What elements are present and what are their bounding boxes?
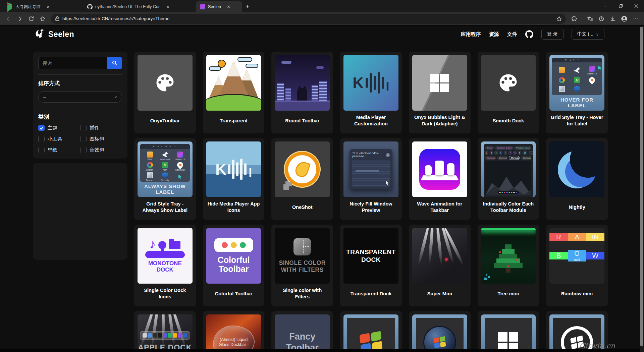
theme-thumbnail-transparent-dock[interactable]: TRANSPARENTDOCK xyxy=(343,228,398,284)
url-text[interactable]: https://seelen.io/zh-CN/resources/s?cate… xyxy=(62,16,554,21)
favorites-bar-icon[interactable] xyxy=(585,14,595,24)
theme-thumbnail-pixel-moon[interactable] xyxy=(549,141,604,197)
theme-thumbnail-oneshot-bulb[interactable] xyxy=(275,141,330,197)
checkbox-icon[interactable] xyxy=(80,136,87,142)
theme-card[interactable]: TRANSPARENTDOCKTransparent Dock xyxy=(340,225,402,306)
theme-thumbnail-kiwi-teal[interactable]: KI xyxy=(343,55,398,111)
home-icon[interactable] xyxy=(38,14,48,24)
category-checkbox-壁纸[interactable]: 壁纸 xyxy=(38,147,80,153)
theme-card[interactable]: Transparent xyxy=(203,52,265,133)
theme-card[interactable]: RAINBOminiWRainbow mini xyxy=(546,225,608,306)
extensions-icon[interactable] xyxy=(569,14,579,24)
forward-icon[interactable] xyxy=(15,14,25,24)
theme-card[interactable]: FancyToolbar xyxy=(271,311,333,352)
theme-card[interactable] xyxy=(478,311,539,352)
minimize-button[interactable] xyxy=(598,0,613,12)
theme-thumbnail-win8-white[interactable] xyxy=(481,314,536,352)
github-icon[interactable] xyxy=(525,30,533,38)
theme-thumbnail-monotone-dock[interactable]: ♪MONOTONEDOCK xyxy=(138,228,193,284)
history-icon[interactable] xyxy=(596,14,606,24)
search-input[interactable] xyxy=(38,57,107,69)
theme-thumbnail-windows-gray[interactable] xyxy=(412,55,467,111)
checkbox-icon[interactable] xyxy=(38,147,45,153)
category-checkbox-图标包[interactable]: 图标包 xyxy=(80,136,122,142)
theme-card[interactable]: fill-dock-window-preview…✕Nicely Fill Wi… xyxy=(340,138,402,220)
theme-thumbnail-pixel-city-cat[interactable] xyxy=(275,55,330,111)
theme-card[interactable]: Wave Animation for Taskbar xyxy=(409,138,471,220)
theme-thumbnail-window-preview[interactable]: fill-dock-window-preview…✕ xyxy=(343,141,398,197)
tab-txnav[interactable]: 天寻网址导航 ✕ xyxy=(3,1,83,12)
favorite-star-icon[interactable] xyxy=(556,16,562,21)
theme-thumbnail-color-modules[interactable]: IriwayWindows ExplorerProgram Mana…12345… xyxy=(481,141,536,197)
category-checkbox-主题[interactable]: 主题 xyxy=(38,125,80,131)
theme-card[interactable]: Super Mini xyxy=(409,225,471,306)
tab-close-icon[interactable]: ✕ xyxy=(164,4,171,10)
checkbox-icon[interactable] xyxy=(80,147,87,153)
tab-close-icon[interactable]: ✕ xyxy=(45,4,52,10)
theme-thumbnail-palette-gray[interactable] xyxy=(138,55,193,111)
theme-thumbnail-anime-mini[interactable] xyxy=(412,228,467,284)
login-button[interactable]: 登 录 xyxy=(541,29,564,40)
seelen-brand[interactable]: Seelen xyxy=(33,28,74,40)
theme-card[interactable]: Colorful ToolbarColorful Toolbar xyxy=(203,225,265,306)
theme-card[interactable]: APPLE DOCK xyxy=(134,311,196,352)
theme-card[interactable] xyxy=(409,311,471,352)
restore-button[interactable] xyxy=(613,0,629,12)
theme-thumbnail-vista-orb[interactable] xyxy=(412,314,467,352)
page-scrollbar[interactable] xyxy=(640,26,644,352)
theme-thumbnail-wave-dock[interactable] xyxy=(412,141,467,197)
theme-thumbnail-apple-dock[interactable]: APPLE DOCK xyxy=(138,314,193,352)
theme-card[interactable]: Nightly xyxy=(546,138,608,220)
search-button[interactable] xyxy=(107,57,122,69)
downloads-icon[interactable] xyxy=(608,14,618,24)
checkbox-icon[interactable] xyxy=(38,125,45,131)
theme-thumbnail-mountains[interactable] xyxy=(206,55,261,111)
close-window-button[interactable] xyxy=(629,0,644,12)
theme-thumbnail-tree-mini[interactable] xyxy=(481,228,536,284)
theme-card[interactable]: OnyxToolbar xyxy=(134,52,196,133)
theme-card[interactable]: KIMedia Player Customization xyxy=(340,52,402,133)
nav-applications[interactable]: 应用程序 xyxy=(461,31,481,38)
new-tab-button[interactable]: + xyxy=(242,2,253,12)
theme-thumbnail-fancy-toolbar[interactable]: FancyToolbar xyxy=(275,314,330,352)
address-bar[interactable]: https://seelen.io/zh-CN/resources/s?cate… xyxy=(51,14,566,24)
category-checkbox-插件[interactable]: 插件 xyxy=(80,125,122,131)
tab-close-icon[interactable]: ✕ xyxy=(225,4,232,10)
theme-thumbnail-colorful-toolbar[interactable]: Colorful Toolbar xyxy=(206,228,261,284)
nav-docs[interactable]: 文件 xyxy=(507,31,517,38)
sort-select[interactable]: – ∨ xyxy=(38,91,122,103)
checkbox-icon[interactable] xyxy=(80,125,87,131)
category-checkbox-音效包[interactable]: 音效包 xyxy=(80,147,122,153)
theme-thumbnail-tray-labels[interactable]: ✕ ◃ ▿ ✦ ⌁ ⋯FilesWindhawkSeelen UIShareXH… xyxy=(138,141,193,197)
theme-thumbnail-rainbow-grid[interactable]: RAINBOminiW xyxy=(549,228,604,284)
theme-card[interactable]: ✕ ◃ ▿ ✦ ⌁ ⋯Seelen UIHHOVER FOR LABELGrid… xyxy=(546,52,608,133)
theme-card[interactable]: ✕ ◃ ▿ ✦ ⌁ ⋯FilesWindhawkSeelen UIShareXH… xyxy=(134,138,196,220)
theme-thumbnail-tray-hover[interactable]: ✕ ◃ ▿ ✦ ⌁ ⋯Seelen UIHHOVER FOR LABEL xyxy=(549,55,604,111)
tab-github-seelen-ui[interactable]: eythaann/Seelen-UI: The Fully Cus ✕ xyxy=(83,1,196,12)
theme-card[interactable]: IriwayWindows ExplorerProgram Mana…12345… xyxy=(478,138,539,220)
tab-seelen-active[interactable]: Seelen ✕ xyxy=(196,1,242,12)
theme-card[interactable]: ♪MONOTONEDOCKSingle Color Dock Icons xyxy=(134,225,196,306)
theme-card[interactable] xyxy=(340,311,402,352)
theme-card[interactable]: Round Toolbar xyxy=(271,52,333,133)
theme-thumbnail-palette-dark[interactable] xyxy=(481,55,536,111)
theme-thumbnail-liquid-glass[interactable]: (Almost) Liquid Glass Dockbar - xyxy=(206,314,261,352)
theme-card[interactable]: Smooth Dock xyxy=(478,52,539,133)
scrollbar-thumb[interactable] xyxy=(640,27,643,346)
nav-resources[interactable]: 资源 xyxy=(489,31,499,38)
theme-card[interactable]: Onyx Bubbles Light & Dark (Adaptive) xyxy=(409,52,471,133)
theme-thumbnail-single-color-filters[interactable]: SINGLE COLORWITH FILTERS xyxy=(275,228,330,284)
theme-card[interactable]: (Almost) Liquid Glass Dockbar - xyxy=(203,311,265,352)
refresh-icon[interactable] xyxy=(26,14,36,24)
category-checkbox-小工具[interactable]: 小工具 xyxy=(38,136,80,142)
theme-thumbnail-winxp-flag[interactable] xyxy=(343,314,398,352)
theme-card[interactable]: OneShot xyxy=(271,138,333,220)
language-selector[interactable]: 中文 (... ∨ xyxy=(572,29,604,40)
browser-menu-icon[interactable]: ⋯ xyxy=(631,14,641,24)
back-icon[interactable] xyxy=(3,14,13,24)
theme-card[interactable]: KIHide Media Player App Icons xyxy=(203,138,265,220)
theme-card[interactable]: SINGLE COLORWITH FILTERSSingle color wit… xyxy=(271,225,333,306)
checkbox-icon[interactable] xyxy=(38,136,45,142)
theme-card[interactable]: Tree mini xyxy=(478,225,539,306)
profile-avatar[interactable] xyxy=(619,14,629,24)
